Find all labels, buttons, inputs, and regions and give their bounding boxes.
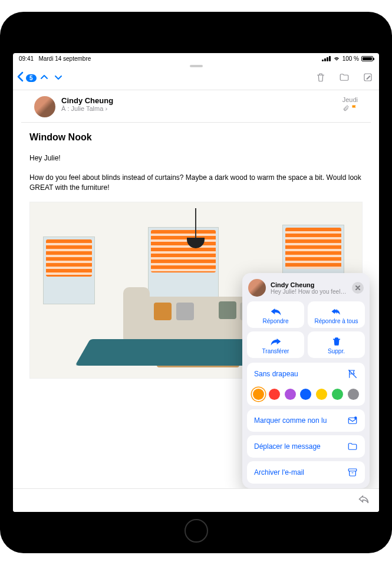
mail-greeting: Hey Julie!	[29, 153, 363, 163]
wifi-icon	[333, 55, 340, 62]
reply-all-label: Répondre à tous	[315, 318, 358, 324]
sender-avatar[interactable]	[34, 96, 55, 117]
home-button[interactable]	[185, 519, 208, 543]
unflag-label: Sans drapeau	[254, 370, 298, 378]
header-right: Jeudi	[342, 96, 358, 117]
reply-label: Répondre	[263, 318, 289, 324]
screen: 09:41 Mardi 14 septembre 100 % 5	[13, 53, 379, 512]
archive-icon	[347, 467, 358, 478]
svg-rect-3	[348, 469, 357, 471]
trash-button[interactable]	[315, 72, 326, 84]
mail-body-text: How do you feel about blinds instead of …	[29, 173, 363, 193]
archive-button[interactable]: Archiver l'e-mail	[247, 461, 365, 484]
svg-point-2	[354, 416, 357, 419]
popover-preview: Hey Julie! How do you feel ab…	[271, 288, 347, 295]
to-line[interactable]: À : Julie Talma ›	[61, 105, 337, 112]
reply-button[interactable]: Répondre	[247, 301, 304, 328]
unflag-button[interactable]: Sans drapeau	[247, 363, 365, 385]
flag-color-3[interactable]	[300, 389, 311, 400]
next-message-button[interactable]	[54, 73, 62, 83]
popover-avatar	[248, 279, 266, 297]
multitask-indicator[interactable]	[13, 61, 379, 69]
back-button[interactable]	[17, 71, 24, 85]
chevron-right-icon: ›	[105, 105, 107, 112]
compose-button[interactable]	[363, 72, 373, 84]
mail-navbar: 5	[13, 69, 379, 90]
flag-color-0[interactable]	[253, 389, 264, 400]
header-meta: Cindy Cheung À : Julie Talma ›	[61, 96, 337, 117]
to-prefix: À :	[61, 105, 69, 112]
flag-color-6[interactable]	[348, 389, 359, 400]
ipad-frame: 09:41 Mardi 14 septembre 100 % 5	[0, 12, 392, 553]
flag-color-2[interactable]	[285, 389, 296, 400]
bottom-toolbar	[13, 488, 379, 512]
reply-toolbar-button[interactable]	[358, 494, 370, 507]
close-popover-button[interactable]	[352, 282, 364, 294]
forward-button[interactable]: Transférer	[247, 331, 304, 358]
flag-color-5[interactable]	[332, 389, 343, 400]
nav-left: 5	[17, 71, 64, 85]
popover-header: Cindy Cheung Hey Julie! How do you feel …	[248, 279, 364, 297]
prev-message-button[interactable]	[40, 73, 48, 83]
flag-color-row	[247, 385, 365, 406]
status-left: 09:41 Mardi 14 septembre	[19, 55, 91, 62]
recipient-name: Julie Talma	[71, 105, 104, 112]
flag-color-1[interactable]	[269, 389, 280, 400]
envelope-dot-icon	[347, 415, 358, 426]
status-time: 09:41	[19, 55, 34, 62]
delete-button[interactable]: Suppr.	[308, 331, 365, 358]
nav-right	[315, 72, 373, 84]
move-label: Déplacer le message	[254, 442, 321, 451]
flag-section: Sans drapeau	[247, 363, 365, 406]
reply-all-button[interactable]: Répondre à tous	[308, 301, 365, 328]
delete-label: Suppr.	[328, 348, 345, 354]
battery-icon	[361, 56, 373, 61]
forward-label: Transférer	[262, 348, 289, 354]
flag-off-icon	[347, 369, 358, 379]
mail-subject: Window Nook	[29, 132, 363, 143]
mark-unread-button[interactable]: Marquer comme non lu	[247, 409, 365, 432]
actions-popover: Cindy Cheung Hey Julie! How do you feel …	[242, 273, 370, 488]
message-date: Jeudi	[342, 96, 358, 103]
archive-label: Archiver l'e-mail	[254, 468, 304, 477]
battery-percent: 100 %	[342, 55, 359, 62]
attachment-icon	[342, 105, 351, 113]
folder-icon	[347, 441, 358, 452]
flag-icon	[351, 105, 358, 113]
move-message-button[interactable]: Déplacer le message	[247, 435, 365, 458]
flag-color-4[interactable]	[316, 389, 327, 400]
cellular-icon	[322, 56, 331, 61]
popover-quick-actions: Répondre Répondre à tous Transférer Supp…	[247, 301, 365, 358]
mail-header: Cindy Cheung À : Julie Talma › Jeudi	[21, 90, 371, 123]
status-date: Mardi 14 septembre	[38, 55, 91, 62]
unread-badge[interactable]: 5	[26, 74, 37, 82]
popover-sender: Cindy Cheung	[271, 281, 347, 288]
sender-name[interactable]: Cindy Cheung	[61, 96, 337, 105]
status-right: 100 %	[322, 55, 373, 62]
mark-unread-label: Marquer comme non lu	[254, 416, 327, 425]
move-button[interactable]	[339, 72, 350, 84]
